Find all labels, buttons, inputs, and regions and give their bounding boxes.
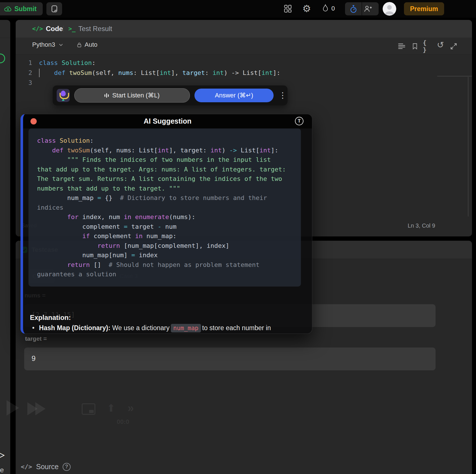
autocomplete-label: Auto xyxy=(85,41,97,48)
audio-bars-icon xyxy=(104,93,109,98)
assistant-control-bar: Start Listen (⌘L) Answer (⌘↵) ⋮ xyxy=(53,85,288,105)
settings-gear-icon[interactable]: ⚙ xyxy=(302,3,311,14)
stopwatch-icon[interactable] xyxy=(350,5,357,13)
premium-button[interactable]: Premium xyxy=(404,2,444,15)
bookmark-icon[interactable] xyxy=(410,42,419,51)
popup-title: AI Suggestion xyxy=(23,117,312,125)
tab-divider xyxy=(63,26,63,32)
notes-button[interactable] xyxy=(46,2,62,15)
target-input[interactable]: 9 xyxy=(24,348,436,370)
braces-icon[interactable]: { } xyxy=(423,42,432,51)
autocomplete-toggle[interactable]: Auto xyxy=(77,41,97,48)
left-panel-divider xyxy=(0,38,10,38)
start-listen-label: Start Listen (⌘L) xyxy=(112,92,159,99)
ai-suggestion-popup: AI Suggestion T class Solution: def twoS… xyxy=(20,114,312,334)
explanation-heading: Explanation: xyxy=(30,314,71,322)
source-label: Source xyxy=(36,463,59,471)
assistant-app-icon[interactable] xyxy=(57,89,70,102)
tab-test-result[interactable]: >_ Test Result xyxy=(68,20,112,38)
editor-cursor xyxy=(39,69,40,77)
cursor-position-status: Ln 3, Col 9 xyxy=(408,222,435,229)
reset-undo-icon[interactable]: ↺ xyxy=(436,40,445,49)
format-lines-icon[interactable] xyxy=(397,42,406,51)
expand-icon[interactable] xyxy=(449,42,458,51)
language-label: Python3 xyxy=(32,41,55,48)
editor-toolbar: Python3 Auto { } ↺ xyxy=(16,38,472,54)
dashboard-grid-icon[interactable] xyxy=(283,4,292,13)
popup-t-badge[interactable]: T xyxy=(295,117,303,125)
flower-ring xyxy=(60,93,69,99)
source-row[interactable]: </> Source ? xyxy=(21,463,71,471)
note-icon xyxy=(51,5,58,13)
editor-tab-bar: </> Code >_ Test Result xyxy=(16,20,472,38)
tab-code-label: Code xyxy=(46,25,63,33)
mouse-cursor: ▷ xyxy=(0,448,5,461)
code-brackets-icon: </> xyxy=(32,25,43,32)
code-brackets-icon: </> xyxy=(21,463,32,470)
tab-code[interactable]: </> Code xyxy=(32,20,63,38)
green-refresh-icon xyxy=(0,54,5,63)
chevron-down-icon xyxy=(59,43,63,46)
add-user-icon[interactable] xyxy=(364,5,372,13)
ghost-fast-forward-icon xyxy=(27,402,46,415)
streak-flame-icon[interactable]: 0 xyxy=(322,4,335,13)
bullet-dot: • xyxy=(32,324,34,332)
popup-title-bar[interactable]: AI Suggestion T xyxy=(23,114,312,128)
flower-leaf xyxy=(62,99,65,101)
submit-label: Submit xyxy=(15,5,37,13)
line-number-gutter: 123 xyxy=(24,58,32,88)
screen: Submit ⚙ 0 Premium xyxy=(0,0,476,474)
avatar[interactable] xyxy=(383,2,396,16)
cloud-upload-icon xyxy=(4,5,12,12)
tab-test-result-label: Test Result xyxy=(78,25,112,33)
streak-count: 0 xyxy=(331,5,335,12)
target-label: target = xyxy=(25,335,47,342)
ghost-share-icon: ⬆ xyxy=(107,402,115,414)
language-selector[interactable]: Python3 xyxy=(32,41,63,48)
timer-pill xyxy=(345,2,379,15)
ghost-timestamp: 00:0 xyxy=(117,418,129,426)
clipped-text-fragment: e xyxy=(0,466,4,474)
submit-button[interactable]: Submit xyxy=(0,2,43,15)
editor-scrollbar-vertical[interactable] xyxy=(468,77,469,216)
ghost-chevrons-icon: » xyxy=(128,402,134,414)
terminal-icon: >_ xyxy=(68,25,75,32)
start-listen-button[interactable]: Start Listen (⌘L) xyxy=(74,88,190,103)
ghost-pip-icon xyxy=(82,403,95,415)
suggested-code-block: class Solution: def twoSum(self, nums: L… xyxy=(28,128,301,287)
top-bar: Submit ⚙ 0 Premium xyxy=(0,0,476,18)
code-text[interactable]: class Solution: def twoSum(self, nums: L… xyxy=(39,58,280,88)
editor-scrollbar-horizontal[interactable] xyxy=(437,76,472,77)
lock-icon xyxy=(77,42,82,48)
answer-label: Answer (⌘↵) xyxy=(215,92,253,99)
help-question-icon[interactable]: ? xyxy=(63,463,71,471)
more-options-icon[interactable]: ⋮ xyxy=(279,91,287,99)
answer-button[interactable]: Answer (⌘↵) xyxy=(194,89,274,102)
pill-divider xyxy=(362,2,362,15)
premium-label: Premium xyxy=(410,5,438,13)
ghost-play-icon xyxy=(7,400,19,416)
num-map-chip: num_map xyxy=(171,324,201,332)
explanation-bullet: • Hash Map (Dictionary): We use a dictio… xyxy=(32,324,271,332)
